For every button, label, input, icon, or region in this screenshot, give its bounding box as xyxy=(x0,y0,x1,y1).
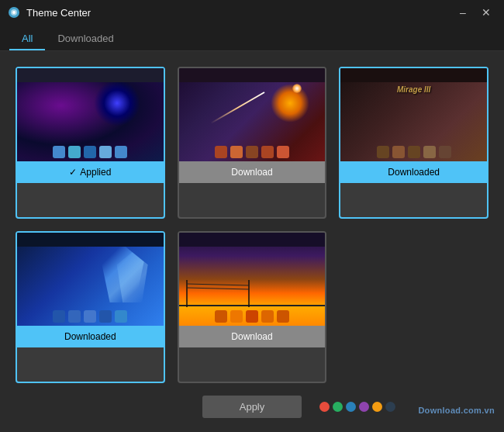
svg-line-6 xyxy=(187,288,249,289)
title-bar: Theme Center – ✕ xyxy=(0,0,504,25)
checkmark-icon: ✓ xyxy=(69,167,77,178)
theme-preview-1 xyxy=(17,68,164,161)
svg-point-2 xyxy=(12,11,16,14)
theme-status-1[interactable]: ✓ Applied xyxy=(17,161,164,183)
tab-downloaded[interactable]: Downloaded xyxy=(45,28,126,50)
warrior-text: Mirage III xyxy=(397,85,430,94)
svg-line-5 xyxy=(187,284,249,285)
theme-card-4[interactable]: Downloaded xyxy=(16,231,165,383)
comet-head xyxy=(292,84,302,93)
window-controls: – ✕ xyxy=(451,3,498,22)
app-icons-row-3 xyxy=(377,146,451,158)
theme-preview-3: Mirage III xyxy=(340,68,487,161)
app-icons-row-1 xyxy=(53,146,127,158)
app-icons-row-2 xyxy=(215,146,289,158)
watermark-text: Download.com.vn xyxy=(418,406,495,415)
color-dot-orange xyxy=(372,402,382,412)
tab-bar: All Downloaded xyxy=(0,25,504,51)
status-label-2: Download xyxy=(231,167,272,178)
themes-grid: ✓ Applied xyxy=(16,67,488,383)
status-label-4: Downloaded xyxy=(64,331,116,342)
theme-card-2[interactable]: Download xyxy=(178,67,327,219)
theme-preview-2 xyxy=(179,68,326,161)
close-button[interactable]: ✕ xyxy=(475,3,498,22)
app-icons-row-4 xyxy=(53,310,127,323)
tab-all[interactable]: All xyxy=(9,28,45,50)
color-dot-dark xyxy=(385,402,395,412)
chrome-bar-1 xyxy=(17,68,164,82)
color-dot-purple xyxy=(359,402,369,412)
status-label-5: Download xyxy=(231,331,272,342)
theme-status-4[interactable]: Downloaded xyxy=(17,326,164,347)
theme-status-2[interactable]: Download xyxy=(179,161,326,183)
window-title: Theme Center xyxy=(26,7,91,19)
title-bar-left: Theme Center xyxy=(8,6,91,19)
watermark: Download.com.vn xyxy=(418,406,495,415)
theme-card-5[interactable]: Download xyxy=(178,231,327,383)
theme-status-5[interactable]: Download xyxy=(179,326,326,347)
theme-card-1[interactable]: ✓ Applied xyxy=(16,67,165,219)
app-icons-row-5 xyxy=(215,310,289,323)
color-dot-green xyxy=(333,402,343,412)
color-dots-row xyxy=(319,402,395,412)
chrome-bar-2 xyxy=(179,68,326,82)
theme-status-3[interactable]: Downloaded xyxy=(340,161,487,183)
apply-button[interactable]: Apply xyxy=(202,396,302,418)
chrome-bar-4 xyxy=(17,233,164,247)
main-content: ✓ Applied xyxy=(0,51,504,432)
chrome-bar-3 xyxy=(340,68,487,82)
theme-card-3[interactable]: Mirage III Downloaded xyxy=(339,67,488,219)
minimize-button[interactable]: – xyxy=(451,3,475,22)
theme-preview-4 xyxy=(17,233,164,326)
status-label-3: Downloaded xyxy=(388,167,440,178)
color-dot-blue xyxy=(346,402,356,412)
chrome-bar-5 xyxy=(179,233,326,247)
status-label-1: Applied xyxy=(80,167,111,178)
comet-tail xyxy=(210,92,264,124)
theme-preview-5 xyxy=(179,233,326,326)
app-icon xyxy=(8,6,20,19)
color-dot-red xyxy=(319,402,330,412)
